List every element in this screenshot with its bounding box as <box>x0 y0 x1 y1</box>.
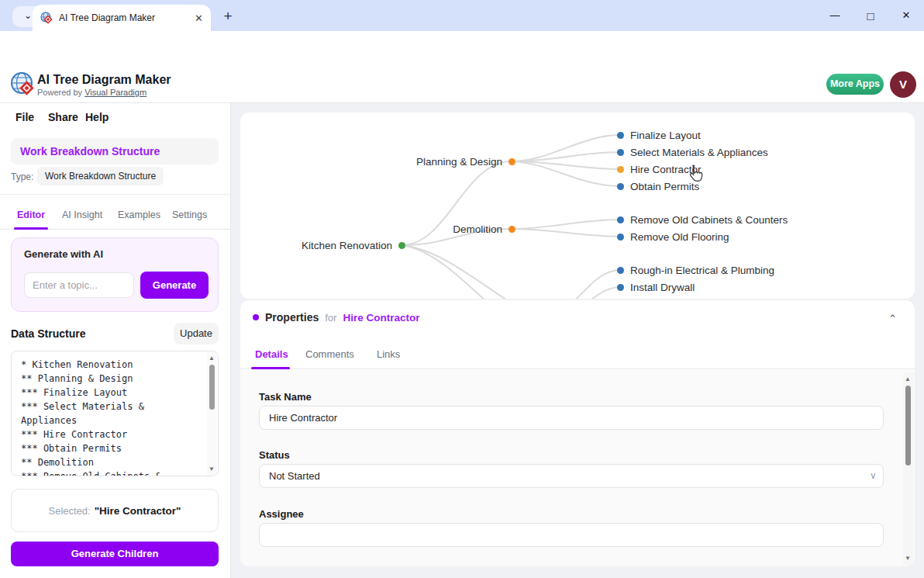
textarea-scrollbar-thumb[interactable] <box>209 365 215 410</box>
menu-share[interactable]: Share <box>48 111 78 123</box>
status-select[interactable] <box>259 464 884 488</box>
properties-tabs: Details Comments Links <box>240 339 915 369</box>
selected-value: "Hire Contractor" <box>95 505 181 517</box>
node-dot[interactable] <box>617 234 624 241</box>
tree-node[interactable]: Finalize Layout <box>617 128 701 142</box>
task-name-input[interactable] <box>259 406 884 430</box>
type-value-pill: Work Breakdown Structure <box>37 167 164 185</box>
browser-titlebar: ⌄ AI Tree Diagram Maker ✕ + — □ ✕ <box>0 0 924 31</box>
tab-close-icon[interactable]: ✕ <box>195 12 203 24</box>
generate-button[interactable]: Generate <box>140 272 209 299</box>
node-dot[interactable] <box>509 226 515 233</box>
node-dot[interactable] <box>617 166 624 173</box>
tab-details[interactable]: Details <box>255 348 288 360</box>
node-label[interactable]: Demolition <box>453 223 502 235</box>
selected-label: Selected: <box>48 505 90 517</box>
generate-panel-title: Generate with AI <box>24 248 103 260</box>
properties-dot-icon <box>253 314 259 320</box>
collapse-chevron-icon[interactable]: ⌃ <box>888 313 897 324</box>
tree-node[interactable]: Kitchen Renovation <box>302 238 405 252</box>
form-scrollbar-thumb[interactable] <box>905 386 911 466</box>
active-tab-underline <box>14 227 48 230</box>
node-label[interactable]: Remove Old Cabinets & Counters <box>630 214 788 226</box>
node-dot[interactable] <box>617 132 624 139</box>
topic-input[interactable] <box>24 272 134 298</box>
properties-target: Hire Contractor <box>343 312 419 324</box>
tree-node[interactable]: Remove Old Flooring <box>617 230 729 244</box>
type-label: Type: <box>11 171 33 182</box>
menu-help[interactable]: Help <box>85 111 109 123</box>
window-minimize-button[interactable]: — <box>823 9 846 23</box>
favicon-visual-paradigm <box>40 12 53 24</box>
user-avatar[interactable]: V <box>890 71 916 98</box>
active-tab-underline <box>251 367 290 369</box>
status-label: Status <box>259 449 290 461</box>
tree-diagram-canvas[interactable]: Kitchen RenovationPlanning & DesignDemol… <box>240 112 915 299</box>
properties-for-label: for <box>325 312 336 324</box>
tab-examples[interactable]: Examples <box>118 209 160 220</box>
node-dot[interactable] <box>617 267 624 274</box>
assignee-label: Assignee <box>259 508 304 520</box>
properties-form: Task Name Status ∨ Assignee <box>240 370 915 566</box>
node-label[interactable]: Rough-in Electrical & Plumbing <box>630 265 774 276</box>
data-structure-title: Data Structure <box>11 327 85 340</box>
node-dot[interactable] <box>398 242 405 249</box>
tree-node[interactable]: Remove Old Cabinets & Counters <box>617 213 788 227</box>
chevron-down-icon: ⌄ <box>24 10 32 21</box>
properties-header: Properties for Hire Contractor <box>253 311 419 324</box>
generate-with-ai-panel: Generate with AI Generate <box>11 237 219 312</box>
node-dot[interactable] <box>617 216 624 223</box>
tab-comments[interactable]: Comments <box>305 348 354 360</box>
chevron-down-icon: ∨ <box>870 470 877 481</box>
properties-panel: Properties for Hire Contractor ⌃ Details… <box>240 300 915 566</box>
tab-settings[interactable]: Settings <box>172 209 207 220</box>
visual-paradigm-logo <box>9 71 37 99</box>
scroll-up-icon[interactable]: ▲ <box>905 376 911 382</box>
tree-node[interactable]: Install Drywall <box>617 280 695 294</box>
more-apps-button[interactable]: More Apps <box>826 74 884 95</box>
node-label[interactable]: Planning & Design <box>416 156 502 168</box>
node-label[interactable]: Select Materials & Appliances <box>630 147 768 158</box>
assignee-input[interactable] <box>259 523 884 547</box>
sidebar-divider <box>0 194 231 195</box>
node-dot[interactable] <box>509 158 515 165</box>
node-label[interactable]: Remove Old Flooring <box>630 231 729 243</box>
tree-node[interactable]: Rough-in Electrical & Plumbing <box>617 263 774 277</box>
selected-node-box: Selected: "Hire Contractor" <box>11 489 219 532</box>
tree-node[interactable]: Select Materials & Appliances <box>617 145 768 159</box>
sidebar-tabs: Editor AI Insight Examples Settings <box>0 203 231 230</box>
scroll-up-icon[interactable]: ▲ <box>209 355 215 362</box>
data-structure-editor[interactable]: * Kitchen Renovation ** Planning & Desig… <box>11 351 219 476</box>
data-structure-content[interactable]: * Kitchen Renovation ** Planning & Desig… <box>21 358 199 476</box>
browser-tab[interactable]: AI Tree Diagram Maker ✕ <box>33 5 211 31</box>
tree-links <box>240 112 915 299</box>
window-maximize-button[interactable]: □ <box>859 9 882 23</box>
visual-paradigm-link[interactable]: Visual Paradigm <box>84 88 147 97</box>
menu-file[interactable]: File <box>16 111 34 123</box>
new-tab-button[interactable]: + <box>219 7 237 26</box>
generate-children-button[interactable]: Generate Children <box>11 542 219 566</box>
node-label[interactable]: Kitchen Renovation <box>302 240 392 251</box>
node-dot[interactable] <box>617 183 624 190</box>
task-name-label: Task Name <box>259 391 312 403</box>
node-label[interactable]: Install Drywall <box>630 282 695 293</box>
window-close-button[interactable]: ✕ <box>895 9 918 23</box>
node-label[interactable]: Finalize Layout <box>630 130 701 141</box>
app-title: AI Tree Diagram Maker <box>37 73 171 87</box>
tree-node[interactable]: Demolition <box>453 222 515 236</box>
tree-node[interactable]: Planning & Design <box>416 154 515 168</box>
powered-by: Powered by Visual Paradigm <box>37 88 147 97</box>
node-dot[interactable] <box>617 284 624 291</box>
tab-links[interactable]: Links <box>377 348 400 360</box>
browser-toolbar: ← → ⟳ ai-toolbox.visual-paradigm.com/app… <box>0 31 924 66</box>
properties-title: Properties <box>265 311 319 324</box>
tab-editor[interactable]: Editor <box>17 209 45 220</box>
scroll-down-icon[interactable]: ▼ <box>209 466 215 472</box>
mouse-cursor-pointer <box>687 164 705 185</box>
document-title[interactable]: Work Breakdown Structure <box>11 138 219 164</box>
update-button[interactable]: Update <box>174 323 219 344</box>
scroll-down-icon[interactable]: ▼ <box>905 555 911 562</box>
tab-ai-insight[interactable]: AI Insight <box>62 209 102 220</box>
tab-title: AI Tree Diagram Maker <box>59 12 190 23</box>
node-dot[interactable] <box>617 149 624 156</box>
